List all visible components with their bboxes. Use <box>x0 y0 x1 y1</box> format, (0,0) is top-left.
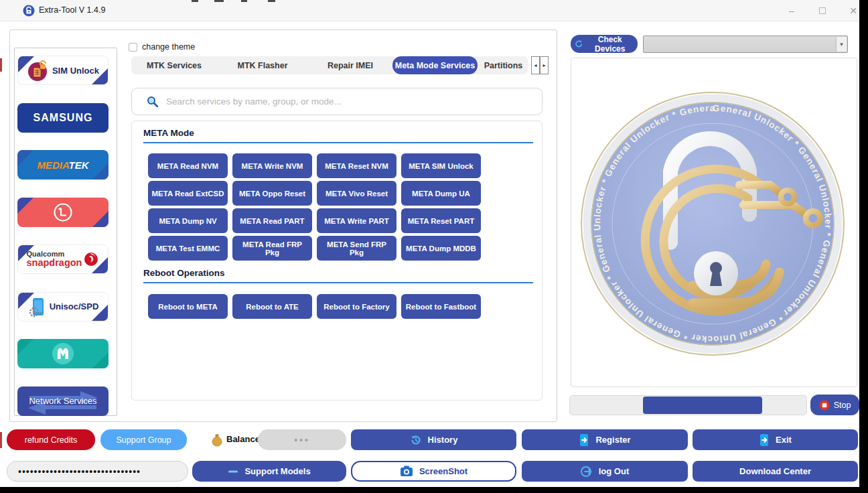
chevron-down-icon: ▼ <box>836 37 847 52</box>
register-button[interactable]: Register <box>522 429 688 450</box>
screen-edge-artifact <box>214 0 224 2</box>
motorola-logo-icon <box>50 341 76 366</box>
tab-scroll-left-button[interactable]: ◂ <box>531 56 540 74</box>
service-button[interactable]: META Test EMMC <box>148 236 228 261</box>
history-button[interactable]: History <box>351 429 516 450</box>
left-arrow-icon: ◂ <box>534 62 536 68</box>
section-underline <box>143 282 533 283</box>
service-button[interactable]: META Read FRP Pkg <box>232 236 312 261</box>
brand-logo-panel: General Unlocker * General Unlocker * Ge… <box>571 58 857 387</box>
sidebar-item-label: Network Services <box>29 396 96 406</box>
service-button[interactable]: META Write NVM <box>232 153 312 178</box>
service-button[interactable]: META Reset PART <box>401 208 481 233</box>
support-group-button[interactable]: Support Group <box>100 429 187 450</box>
mediatek-logo: MEDIATEK <box>37 159 88 171</box>
download-center-button[interactable]: Download Center <box>693 461 858 482</box>
service-button[interactable]: Reboot to Fastboot <box>401 294 481 319</box>
service-button[interactable]: META Write PART <box>317 208 396 233</box>
app-window: Extra-Tool V 1.4.9 – ✕ <box>0 0 860 487</box>
tab-strip: MTK Services MTK Flasher Repair IMEI Met… <box>131 56 528 74</box>
corner-triangle-icon <box>92 305 108 321</box>
app-icon <box>23 5 35 17</box>
tab-mtk-flasher[interactable]: MTK Flasher <box>220 56 305 74</box>
service-button[interactable]: Reboot to Factory <box>317 294 396 319</box>
stop-icon <box>819 400 830 411</box>
service-button[interactable]: Reboot to ATE <box>232 294 312 319</box>
service-button[interactable]: META Dump UA <box>401 181 481 206</box>
service-button[interactable]: META Reset NVM <box>317 153 396 178</box>
service-button[interactable]: META Oppo Reset <box>232 181 312 206</box>
close-button[interactable]: ✕ <box>838 0 860 21</box>
stop-button[interactable]: Stop <box>810 395 859 415</box>
search-input[interactable] <box>165 96 542 107</box>
snapdragon-ball-icon <box>83 251 99 267</box>
screenshot-button[interactable]: ScreenShot <box>351 461 516 482</box>
sidebar-item-mediatek[interactable]: MEDIATEK <box>17 150 108 180</box>
tab-partitions[interactable]: Partitions <box>479 56 528 74</box>
check-devices-label: Check Devices <box>586 35 634 54</box>
search-box <box>131 88 542 115</box>
balance-value-pill: ••• <box>258 429 346 450</box>
service-button[interactable]: META Send FRP Pkg <box>317 236 396 261</box>
services-panel: META Mode META Read NVM META Write NVM M… <box>131 121 542 401</box>
sidebar-item-motorola[interactable] <box>17 339 108 368</box>
corner-triangle-icon <box>92 352 108 368</box>
change-theme-checkbox[interactable] <box>129 43 137 52</box>
qualcomm-logo: Qualcomm snapdragon <box>27 251 82 269</box>
tab-repair-imei[interactable]: Repair IMEI <box>308 56 392 74</box>
service-button[interactable]: META Dump MDDB <box>401 236 481 261</box>
corner-triangle-icon <box>18 56 34 72</box>
search-icon <box>147 96 158 107</box>
service-button[interactable]: META Read NVM <box>148 153 228 178</box>
sidebar-item-network-services[interactable]: Network Services <box>17 386 108 416</box>
corner-triangle-icon <box>92 163 108 180</box>
screen-edge-artifact <box>241 0 247 2</box>
history-clock-icon <box>410 434 422 446</box>
logout-arrow-icon <box>581 466 593 478</box>
support-group-label: Support Group <box>117 435 171 445</box>
sidebar-item-unisoc-spd[interactable]: Unisoc/SPD <box>17 292 108 322</box>
logout-button[interactable]: log Out <box>522 461 688 482</box>
desktop-background <box>859 0 868 493</box>
service-button[interactable]: META Read ExtCSD <box>148 181 228 206</box>
register-label: Register <box>595 435 630 445</box>
service-button[interactable]: META SIM Unlock <box>401 153 481 178</box>
exit-label: Exit <box>776 435 792 445</box>
refund-credits-button[interactable]: refund Credits <box>7 429 95 450</box>
lg-logo-icon <box>52 202 74 223</box>
download-center-label: Download Center <box>739 466 811 476</box>
tab-mtk-services[interactable]: MTK Services <box>131 56 217 74</box>
minimize-button[interactable]: – <box>776 0 807 21</box>
sidebar-item-samsung[interactable]: SAMSUNG <box>17 103 108 133</box>
phone-arrow-icon <box>579 433 589 447</box>
tab-scroll-right-button[interactable]: ▸ <box>540 56 549 74</box>
service-button[interactable]: META Read PART <box>232 208 312 233</box>
license-key-field[interactable] <box>7 461 188 482</box>
check-devices-button[interactable]: Check Devices <box>571 35 638 53</box>
progress-bar <box>569 395 807 415</box>
corner-triangle-icon <box>92 68 108 84</box>
section-title-meta-mode: META Mode <box>143 128 194 138</box>
dash-icon <box>228 469 238 474</box>
change-theme-label: change theme <box>142 42 195 52</box>
support-models-label: Support Models <box>244 466 310 476</box>
sidebar-item-sim-unlock[interactable]: SIM Unlock <box>17 56 108 85</box>
sidebar-item-lg[interactable] <box>17 198 108 227</box>
maximize-button[interactable] <box>807 0 838 21</box>
tab-meta-mode-services[interactable]: Meta Mode Services <box>392 56 478 74</box>
reboot-buttons-grid: Reboot to META Reboot to ATE Reboot to F… <box>148 294 481 319</box>
corner-triangle-icon <box>92 211 108 227</box>
maximize-icon <box>819 7 826 14</box>
desktop-background <box>0 487 868 493</box>
sidebar-item-qualcomm[interactable]: Qualcomm snapdragon <box>17 244 108 274</box>
support-models-button[interactable]: Support Models <box>192 461 346 482</box>
service-button[interactable]: Reboot to META <box>148 294 228 319</box>
exit-button[interactable]: Exit <box>693 429 858 450</box>
service-button[interactable]: META Vivo Reset <box>317 181 396 206</box>
service-button[interactable]: META Dump NV <box>148 208 228 233</box>
corner-triangle-icon <box>17 198 33 214</box>
screen: Extra-Tool V 1.4.9 – ✕ <box>0 0 868 493</box>
logout-label: log Out <box>599 466 630 476</box>
section-title-reboot-operations: Reboot Operations <box>143 268 225 278</box>
device-dropdown[interactable]: ▼ <box>643 36 848 53</box>
